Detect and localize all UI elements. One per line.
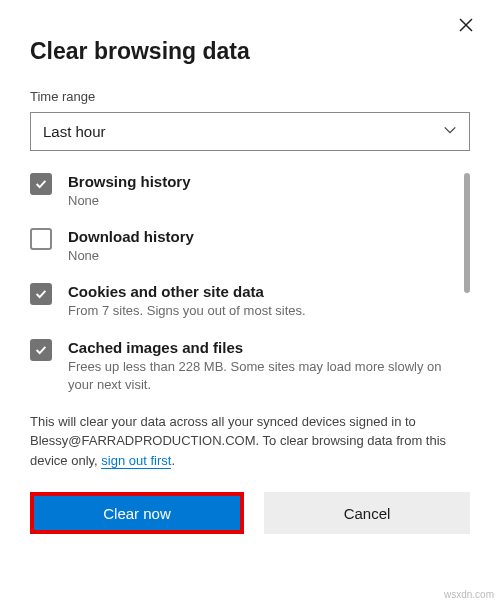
list-item: Cookies and other site data From 7 sites…: [30, 283, 464, 320]
item-title: Cached images and files: [68, 339, 464, 356]
checkbox-browsing-history[interactable]: [30, 173, 52, 195]
dialog-title: Clear browsing data: [30, 38, 470, 65]
close-icon: [458, 15, 474, 37]
item-desc: None: [68, 247, 194, 265]
item-title: Download history: [68, 228, 194, 245]
item-desc: From 7 sites. Signs you out of most site…: [68, 302, 306, 320]
close-button[interactable]: [454, 12, 478, 40]
action-buttons: Clear now Cancel: [30, 492, 470, 534]
item-title: Cookies and other site data: [68, 283, 306, 300]
sign-out-link[interactable]: sign out first: [101, 453, 171, 469]
checkbox-cache[interactable]: [30, 339, 52, 361]
item-title: Browsing history: [68, 173, 191, 190]
list-item: Cached images and files Frees up less th…: [30, 339, 464, 394]
cancel-button[interactable]: Cancel: [264, 492, 470, 534]
item-desc: None: [68, 192, 191, 210]
checkbox-download-history[interactable]: [30, 228, 52, 250]
chevron-down-icon: [443, 123, 457, 140]
time-range-select[interactable]: Last hour: [30, 112, 470, 151]
sync-note-pre: This will clear your data across all you…: [30, 414, 446, 468]
clear-now-highlight: Clear now: [30, 492, 244, 534]
sync-note: This will clear your data across all you…: [30, 412, 470, 471]
checkbox-cookies[interactable]: [30, 283, 52, 305]
list-item: Download history None: [30, 228, 464, 265]
data-types-list: Browsing history None Download history N…: [30, 173, 470, 394]
time-range-value: Last hour: [43, 123, 106, 140]
scrollbar-thumb[interactable]: [464, 173, 470, 293]
clear-now-button[interactable]: Clear now: [34, 496, 240, 530]
time-range-label: Time range: [30, 89, 470, 104]
sync-note-post: .: [171, 453, 175, 468]
item-desc: Frees up less than 228 MB. Some sites ma…: [68, 358, 464, 394]
list-item: Browsing history None: [30, 173, 464, 210]
watermark: wsxdn.com: [444, 589, 494, 600]
